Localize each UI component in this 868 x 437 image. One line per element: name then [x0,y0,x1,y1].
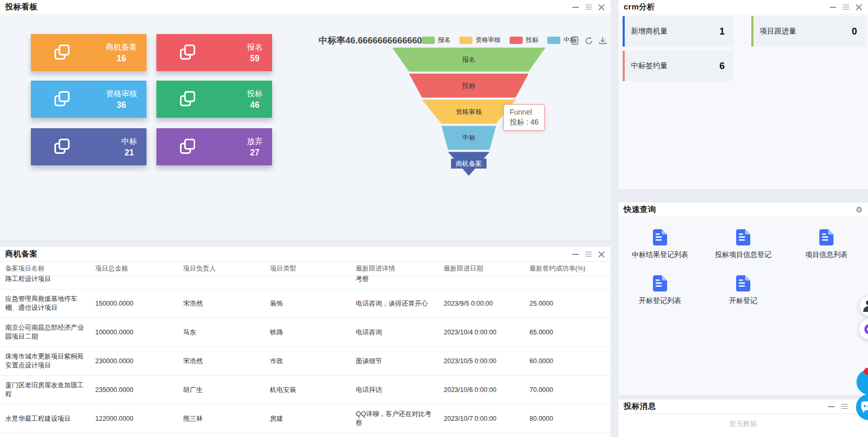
legend-swatch [510,37,523,44]
cell-name: 珠海市城市更新项目紫桐苑安置点设计项目 [0,349,90,373]
crm-titlebar: crm分析 [618,0,868,15]
crm-stat-card[interactable]: 中标签约量 6 [623,51,733,81]
bid-titlebar: 投标看板 [0,0,611,15]
chart-tooltip: Funnel 投标 : 46 [503,104,545,131]
minimize-icon[interactable] [572,251,579,258]
legend-swatch [422,37,435,44]
tooltip-value: 投标 : 46 [510,118,538,127]
table-header-cell: 项目总金额 [90,264,178,273]
cell-rate [524,276,611,283]
menu-icon[interactable] [585,4,592,11]
cell-detail: 电话咨询，谈得还算开心 [351,296,438,311]
data-view-icon[interactable] [570,36,580,46]
legend-swatch [547,37,560,44]
cell-type: 市政 [265,354,351,369]
close-icon[interactable] [855,4,863,11]
cell-date [438,276,524,283]
quick-titlebar: 快速查询 ⚙ [618,203,868,217]
menu-icon[interactable] [841,403,848,410]
table-header-cell: 项目负责人 [178,264,265,273]
document-icon [819,229,833,245]
cell-rate: 80.0000 [524,411,611,427]
cell-rate: 65.0000 [524,325,611,340]
quick-link[interactable]: 开标登记列表 [618,275,702,306]
quick-link[interactable]: 中标结果登记列表 [618,229,702,260]
crm-stat-card[interactable]: 项目跟进量 0 [751,16,865,47]
bid-window-title: 投标看板 [5,2,38,12]
document-icon [653,275,667,292]
cell-type: 机电安装 [265,383,351,398]
funnel-label: 投标 [462,82,476,89]
crm-card-label: 项目跟进量 [760,27,796,36]
table-row[interactable]: 应急管理局救援基地停车棚、通信设计项目 150000.0000 宋浩然 装饰 电… [0,289,611,318]
empty-data-text: 暂无数据 [730,419,757,429]
quick-link[interactable]: 投标项目信息登记 [702,229,785,260]
funnel-label: 中标 [463,134,476,141]
quick-window-title: 快速查询 [624,205,656,215]
funnel-label: 报名 [462,56,476,63]
crm-card-grid: 新增商机量 1 项目跟进量 0 中标签约量 6 [618,15,868,81]
refresh-icon[interactable] [584,36,594,46]
window-bid-messages: 投标消息 暂无数据 [618,399,868,437]
cell-type: 铁路 [265,325,351,340]
table-row-clipped[interactable]: 路工程设计项目 考察 [0,276,611,289]
msg-titlebar: 投标消息 [618,399,868,414]
table-row[interactable]: 珠海市城市更新项目紫桐苑安置点设计项目 230000.0000 宋浩然 市政 面… [0,347,611,376]
minimize-icon[interactable] [572,4,579,11]
table-header-cell: 项目类型 [265,264,351,273]
crm-card-value: 6 [719,61,725,72]
cell-rate: 60.0000 [524,354,611,369]
minimize-icon[interactable] [828,403,835,410]
purple-ring-icon [864,324,868,334]
table-header-cell: 最新签约成功率(%) [524,264,611,273]
cell-owner: 熊三林 [178,411,265,427]
cell-amount: 122000.0000 [90,411,178,427]
legend-label: 资格审核 [476,36,501,44]
legend-item[interactable]: 资格审核 [459,36,501,44]
quick-link-label: 投标项目信息登记 [715,250,772,260]
minimize-icon[interactable] [829,4,837,11]
chat-bubble-icon [861,401,868,410]
document-icon [653,229,667,245]
notification-badge [864,368,868,375]
table-row[interactable]: 水景华庭工程建设项目 122000.0000 熊三林 房建 QQ详聊，客户还在对… [0,405,611,433]
cell-name: 路工程设计项目 [0,276,90,287]
cell-owner: 马东 [178,325,265,340]
quick-link[interactable]: 开标登记 [702,275,785,306]
crm-card-label: 新增商机量 [631,27,668,36]
menu-icon[interactable] [842,4,850,11]
cell-rate: 70.0000 [524,383,611,398]
window-bid-dashboard: 投标看板 商机备案 16 报名 [0,0,611,240]
cell-owner: 宋浩然 [178,296,265,311]
cell-owner [178,276,265,283]
download-icon[interactable] [598,36,607,46]
quick-content: 中标结果登记列表 投标项目信息登记 项目信息列表 [618,218,868,395]
cell-name: 厦门区老旧房屋改造加固工程 [0,378,90,402]
quick-link[interactable]: 项目信息列表 [785,229,868,260]
table-header-cell: 备案项目名称 [0,264,90,273]
cell-date: 2023/10/6 0:00:00 [438,383,524,398]
cell-amount: 230000.0000 [90,354,178,369]
cell-detail: QQ详聊，客户还在对比考察 [351,407,438,431]
table-row[interactable]: 南京公司南昌总部经济产业园项目二期 100000.0000 马东 铁路 电话咨询… [0,318,611,347]
gear-icon[interactable]: ⚙ [856,206,863,214]
crm-card-value: 1 [719,26,725,37]
quick-link-label: 开标登记 [729,296,758,306]
menu-icon[interactable] [585,251,592,258]
crm-stat-card[interactable]: 新增商机量 1 [623,16,733,47]
cell-type [265,276,351,283]
cell-detail: 电话咨询 [351,325,438,340]
legend-label: 投标 [526,36,538,44]
person-icon [866,300,868,305]
legend-item[interactable]: 投标 [510,36,538,44]
cell-owner: 胡广生 [178,383,265,398]
document-icon [736,275,750,292]
quick-link-label: 开标登记列表 [639,296,681,306]
table-row[interactable]: 厦门区老旧房屋改造加固工程 235000.0000 胡广生 机电安装 电话拜访 … [0,376,611,405]
table-header-cell: 最新跟进详情 [351,264,438,273]
close-icon[interactable] [598,251,605,258]
cell-detail: 考察 [351,276,438,287]
legend-item[interactable]: 报名 [422,36,450,44]
crm-card-label: 中标签约量 [631,61,668,71]
close-icon[interactable] [598,4,605,11]
